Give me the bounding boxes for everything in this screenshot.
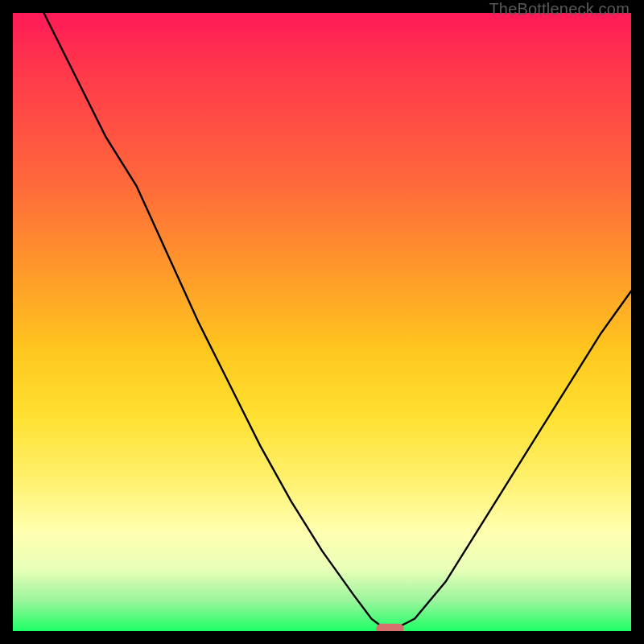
chart-frame: TheBottleneck.com [0, 0, 644, 644]
watermark-text: TheBottleneck.com [489, 0, 630, 19]
chart-plot-area [13, 13, 631, 631]
